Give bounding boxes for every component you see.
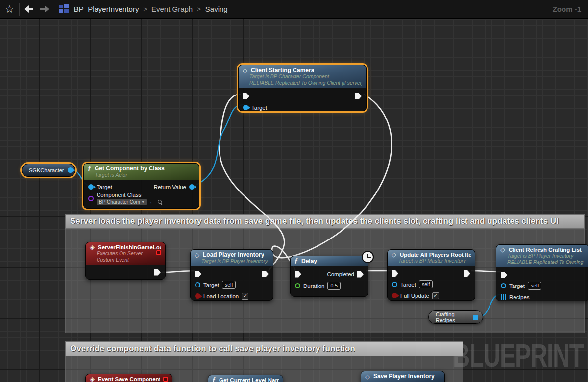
- node-title: Client Refresh Crafting List: [509, 247, 582, 253]
- node-subtitle: Target is BP Player Inventory: [195, 258, 269, 264]
- component-class-pin[interactable]: [88, 196, 94, 201]
- node-variable-sgkcharacter[interactable]: SGKCharacter: [22, 164, 75, 177]
- breadcrumb: BP_PlayerInventory > Event Graph > Savin…: [74, 5, 228, 13]
- node-subtitle: Target is BP Player Inventory: [500, 253, 585, 259]
- completed-exec-out-pin[interactable]: [357, 271, 364, 278]
- zoom-level-label: Zoom -1: [553, 5, 583, 13]
- comment-load-title: Server loads the player inventory data f…: [70, 216, 559, 226]
- load-location-checkbox[interactable]: ✓: [242, 293, 248, 300]
- favorite-star-icon[interactable]: ☆: [5, 4, 14, 14]
- forward-arrow-icon: [39, 5, 49, 13]
- latent-clock-icon: [362, 251, 374, 263]
- recipes-array-pin[interactable]: [501, 294, 506, 300]
- comment-save-header[interactable]: Override component data function to call…: [65, 341, 463, 356]
- target-self-value[interactable]: self: [528, 282, 541, 290]
- comment-save-title: Override component data function to call…: [70, 344, 355, 354]
- node-subtitle: RELIABLE Replicated To Owning Clie: [500, 259, 585, 265]
- node-title: Save Player Inventory: [373, 373, 435, 380]
- node-subtitle: Custom Event: [90, 257, 153, 263]
- target-pin[interactable]: [392, 282, 397, 287]
- dropdown-value: BP Character Com: [99, 199, 140, 205]
- exec-in-pin[interactable]: [392, 270, 398, 277]
- return-value-label: Return Value: [154, 184, 186, 190]
- target-self-value[interactable]: self: [419, 280, 433, 288]
- full-update-pin[interactable]: [392, 293, 397, 298]
- node-event-save-component-data[interactable]: ◈ Event Save Component Data: [85, 374, 172, 382]
- variable-label: SGKCharacter: [29, 167, 64, 173]
- event-graph-canvas[interactable]: BLUEPRINT Server loads the player invent…: [0, 19, 588, 382]
- check-icon: ✓: [433, 293, 438, 298]
- exec-out-pin[interactable]: [154, 269, 161, 276]
- node-variable-crafting-recipes[interactable]: Crafting Recipes: [428, 310, 483, 324]
- toolbar-separator: [19, 3, 20, 16]
- forward-button[interactable]: [39, 5, 49, 13]
- node-title: Event Save Component Data: [98, 376, 160, 382]
- chevron-down-icon: ▾: [142, 200, 144, 204]
- call-diamond-icon: ◇: [195, 252, 199, 258]
- duration-pin[interactable]: [295, 283, 300, 288]
- node-subtitle: Executes On Server: [90, 250, 153, 257]
- target-pin-label: Target: [509, 283, 525, 289]
- event-diamond-icon: ◈: [90, 244, 95, 250]
- node-update-all-players-root-items[interactable]: ◇ Update All Players Root Items Target i…: [387, 249, 475, 301]
- component-class-dropdown[interactable]: BP Character Com ▾: [97, 199, 147, 205]
- node-subtitle: Target is Actor: [88, 172, 195, 178]
- exec-in-pin[interactable]: [243, 93, 249, 99]
- node-subtitle: RELIABLE Replicated To Owning Client (if…: [243, 80, 362, 86]
- comment-load-header[interactable]: Server loads the player inventory data f…: [65, 214, 585, 229]
- check-icon: ✓: [243, 293, 247, 299]
- node-delay[interactable]: ƒ Delay Completed Duration 0.5: [290, 256, 368, 297]
- node-get-current-level-name[interactable]: ƒ Get Current Level Name: [208, 375, 283, 382]
- browse-asset-icon[interactable]: [158, 200, 163, 205]
- variable-label: Crafting Recipes: [436, 311, 470, 323]
- target-pin-label: Target: [203, 282, 219, 288]
- blueprint-watermark: BLUEPRINT: [453, 337, 583, 374]
- node-title: Get Current Level Name: [219, 377, 279, 382]
- exec-out-pin[interactable]: [262, 271, 269, 277]
- target-pin[interactable]: [195, 282, 200, 287]
- breadcrumb-saving[interactable]: Saving: [205, 5, 228, 13]
- duration-value[interactable]: 0.5: [327, 282, 341, 290]
- exec-in-pin[interactable]: [295, 271, 301, 278]
- full-update-label: Full Update: [400, 293, 429, 299]
- target-self-value[interactable]: self: [222, 281, 236, 289]
- target-pin[interactable]: [501, 283, 506, 288]
- node-save-player-inventory[interactable]: ◇ Save Player Inventory: [361, 371, 445, 382]
- load-location-pin[interactable]: [195, 293, 200, 299]
- node-client-starting-camera[interactable]: ◇ Client Starting Camera Target is BP Ch…: [238, 65, 367, 111]
- sgkcharacter-out-pin[interactable]: [68, 167, 73, 173]
- node-server-finish-in-game-load[interactable]: ◈ ServerFinishInGameLoad Executes On Ser…: [85, 242, 166, 280]
- node-client-refresh-crafting-list[interactable]: ◇ Client Refresh Crafting List Target is…: [496, 244, 588, 301]
- function-icon: ƒ: [88, 165, 91, 172]
- target-pin-label: Target: [97, 184, 112, 190]
- toolbar: ☆ BP_PlayerInventory > Event Graph > Sav…: [0, 0, 588, 19]
- node-load-player-inventory[interactable]: ◇ Load Player Inventory Target is BP Pla…: [190, 249, 273, 301]
- toolbar-separator: [54, 3, 54, 16]
- duration-label: Duration: [303, 283, 324, 289]
- target-pin-label: Target: [251, 105, 267, 111]
- back-arrow-icon: [24, 5, 34, 13]
- node-title: Delay: [301, 258, 317, 264]
- full-update-checkbox[interactable]: ✓: [432, 292, 439, 299]
- return-value-pin[interactable]: [189, 184, 195, 190]
- breadcrumb-event-graph[interactable]: Event Graph: [151, 5, 193, 13]
- crafting-recipes-out-pin[interactable]: [473, 315, 478, 320]
- exec-out-pin[interactable]: [355, 93, 362, 99]
- target-pin[interactable]: [88, 184, 94, 190]
- target-pin[interactable]: [243, 105, 248, 110]
- call-diamond-icon: ◇: [365, 373, 370, 380]
- exec-in-pin[interactable]: [501, 272, 507, 278]
- breadcrumb-chevron: >: [143, 5, 147, 13]
- exec-in-pin[interactable]: [195, 271, 201, 277]
- exec-out-pin[interactable]: [464, 270, 470, 277]
- node-get-component-by-class[interactable]: ƒ Get Component by Class Target is Actor…: [83, 163, 199, 209]
- call-diamond-icon: ◇: [500, 246, 505, 253]
- use-selected-asset-icon[interactable]: ←: [149, 199, 155, 205]
- replicated-event-badge: [163, 377, 168, 382]
- load-location-label: Load Location: [203, 293, 239, 299]
- blueprint-class-icon: [59, 4, 69, 14]
- node-title: Load Player Inventory: [203, 251, 264, 258]
- breadcrumb-blueprint[interactable]: BP_PlayerInventory: [74, 5, 139, 13]
- back-button[interactable]: [24, 5, 34, 13]
- call-diamond-icon: ◇: [392, 251, 396, 258]
